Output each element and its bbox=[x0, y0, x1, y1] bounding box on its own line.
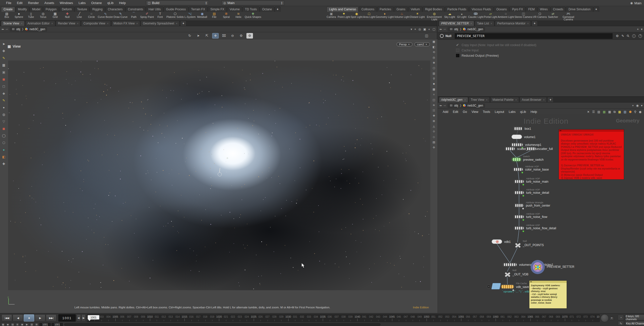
timeline-ruler[interactable]: 0020030041005006007008009101001101201301… bbox=[87, 314, 600, 322]
brush-icon[interactable]: ✎ bbox=[622, 34, 624, 38]
left-tool-icon-9[interactable]: ✎ bbox=[1, 98, 7, 103]
right-tool-icon-11[interactable]: ▩ bbox=[431, 87, 436, 91]
playback-option-icon-8[interactable]: ⊞ bbox=[35, 323, 39, 326]
net-menu-help[interactable]: Help bbox=[528, 110, 539, 114]
tab-scene-view[interactable]: Scene View× bbox=[1, 21, 25, 26]
menu-labs[interactable]: Labs bbox=[76, 1, 88, 5]
close-icon[interactable]: × bbox=[51, 22, 53, 25]
manipulator-handle[interactable] bbox=[218, 172, 222, 176]
range-end-field[interactable]: 1001 bbox=[52, 323, 63, 326]
node-scatter-full[interactable] bbox=[526, 147, 536, 150]
node-vdb-save[interactable] bbox=[501, 285, 514, 289]
snap-gear-icon[interactable]: ⚙ bbox=[238, 33, 244, 39]
shelf-tab-collisions[interactable]: Collisions bbox=[359, 7, 377, 12]
shelf-tab-td-tools[interactable]: TD Tools bbox=[242, 7, 259, 12]
tool-gamepad-camera[interactable]: 🎮Gamepad Camera bbox=[559, 12, 577, 21]
shelf-tab-vellum[interactable]: Vellum bbox=[408, 7, 422, 12]
left-tool-icon-1[interactable]: ➤ bbox=[1, 41, 7, 46]
right-tool-icon-21[interactable]: ▤ bbox=[431, 140, 436, 144]
close-icon[interactable]: × bbox=[136, 22, 138, 25]
select-objects-icon[interactable]: ❖ bbox=[212, 33, 219, 39]
shelf-tab-constraints[interactable]: Constraints bbox=[125, 7, 146, 12]
close-icon[interactable]: × bbox=[486, 99, 488, 101]
magnifier-icon[interactable]: ⚲ bbox=[626, 34, 630, 38]
node-turb-noise-main[interactable] bbox=[514, 180, 524, 183]
close-icon[interactable]: × bbox=[543, 99, 544, 101]
play-reverse-button[interactable]: ◀ bbox=[13, 314, 23, 321]
pin-icon[interactable]: ⌖ bbox=[637, 27, 639, 31]
tab-obj-neb3c-gen[interactable]: /obj/neb3C_gen× bbox=[439, 97, 468, 102]
playback-option-icon-1[interactable]: ▦ bbox=[1, 323, 5, 326]
tool-platonic-solids[interactable]: ⬡Platonic Solids bbox=[166, 12, 184, 18]
node-vdb1[interactable] bbox=[492, 239, 502, 244]
breadcrumb[interactable]: obj ❯ neb3C_gen bbox=[447, 27, 485, 31]
help-icon[interactable]: ? bbox=[638, 34, 642, 38]
node-scatter-preview[interactable] bbox=[505, 147, 515, 150]
close-icon[interactable]: × bbox=[176, 22, 177, 25]
tool-environment-light[interactable]: ◍Environment Light bbox=[425, 12, 443, 21]
left-tool-icon-3[interactable]: ✎ bbox=[1, 55, 7, 60]
tab-material-palette[interactable]: Material Palette× bbox=[490, 97, 519, 102]
checkbox-icon[interactable] bbox=[456, 49, 459, 52]
tool-quick-shapes[interactable]: ❖Quick Shapes bbox=[245, 12, 261, 18]
node-turb-noise-flow[interactable] bbox=[514, 215, 524, 218]
shelf-tab-texture[interactable]: Texture bbox=[75, 7, 89, 12]
param-copy-input[interactable]: ✔Copy Input (Note: Input will be still c… bbox=[456, 42, 644, 48]
tool-line[interactable]: ╱Line bbox=[74, 12, 85, 18]
keys-status[interactable]: 0 keys, 0/0 channels▲ bbox=[625, 315, 644, 320]
shelf-tab-crowds[interactable]: Crowds bbox=[551, 7, 566, 12]
pin-icon[interactable]: ⌖ bbox=[414, 27, 416, 31]
desktop-selector[interactable]: ◫ Build ▲▼ bbox=[146, 1, 209, 5]
current-frame-field[interactable]: 1001 bbox=[58, 314, 76, 321]
tab-take-list[interactable]: Take List× bbox=[475, 21, 494, 26]
tab-geometry-spreadsheet[interactable]: Geometry Spreadsheet× bbox=[141, 21, 180, 26]
shelf-tab-terrain-fx[interactable]: Terrain FX bbox=[189, 7, 208, 12]
right-tool-icon-20[interactable]: ◇ bbox=[431, 135, 436, 139]
left-tool-icon-15[interactable]: ⬡ bbox=[1, 140, 7, 145]
playback-option-icon-3[interactable]: ▤ bbox=[11, 323, 15, 326]
tool-path[interactable]: ⌒Path bbox=[128, 12, 140, 18]
shelf-tab-hair-utils[interactable]: Hair Utils bbox=[146, 7, 163, 12]
shelf-tab-guide-process[interactable]: Guide Process bbox=[164, 7, 188, 12]
right-tool-icon-15[interactable]: ☷ bbox=[431, 108, 436, 113]
minimize-icon[interactable] bbox=[530, 281, 532, 282]
close-icon[interactable]: × bbox=[470, 22, 472, 25]
forward-icon[interactable]: ➡ bbox=[6, 27, 8, 31]
shelf-tab-wires[interactable]: Wires bbox=[537, 7, 550, 12]
left-tool-icon-14[interactable]: ◯ bbox=[1, 133, 7, 138]
split-pane-icon[interactable]: ◫ bbox=[423, 33, 430, 39]
dropdown-icon[interactable]: ▾ bbox=[641, 104, 642, 107]
left-tool-icon-13[interactable]: ◼ bbox=[1, 126, 7, 131]
right-tool-icon-17[interactable]: ⊞ bbox=[431, 119, 436, 123]
close-icon[interactable]: × bbox=[527, 22, 529, 25]
tab-tree-view[interactable]: Tree View× bbox=[469, 97, 490, 102]
right-tool-icon-4[interactable]: ⟲ bbox=[431, 50, 436, 54]
shelf-tab-model[interactable]: Model bbox=[29, 7, 43, 12]
tool-spot-light[interactable]: ◉Spot Light bbox=[351, 12, 363, 18]
tool-point-light[interactable]: ✷Point Light bbox=[338, 12, 350, 18]
right-tool-icon-12[interactable]: ⌗ bbox=[431, 92, 436, 97]
collapse-minus-badge[interactable]: − bbox=[487, 285, 491, 288]
right-tool-icon-9[interactable]: ⚲ bbox=[431, 77, 436, 81]
checkbox-checked-icon[interactable]: ✔ bbox=[456, 43, 459, 47]
tool-caustic-light[interactable]: ↂCaustic Light bbox=[468, 12, 484, 18]
close-icon[interactable]: × bbox=[107, 22, 109, 25]
net-menu-edit[interactable]: Edit bbox=[450, 110, 461, 114]
red-sticky-note[interactable]: UWAGA! UWAGA! UWAGA! Docelowo generowane… bbox=[559, 129, 624, 180]
tab-motion-fx-view[interactable]: Motion FX View× bbox=[111, 21, 140, 26]
menu-help[interactable]: Help bbox=[116, 1, 128, 5]
forward-icon[interactable]: ➡ bbox=[443, 104, 446, 107]
net-menu-labs[interactable]: Labs bbox=[506, 110, 518, 114]
stop-button[interactable]: ■ bbox=[24, 314, 34, 321]
shelf-tab-rigging[interactable]: Rigging bbox=[90, 7, 105, 12]
shelf-tab-oceans[interactable]: Oceans bbox=[494, 7, 509, 12]
info-icon[interactable]: i bbox=[632, 34, 636, 38]
back-icon[interactable]: ⬅ bbox=[2, 27, 4, 31]
close-icon[interactable]: × bbox=[515, 99, 517, 101]
close-icon[interactable]: × bbox=[77, 22, 78, 25]
transform-tool-icon[interactable]: ⇱ bbox=[204, 33, 210, 39]
playback-option-icon-4[interactable]: ≣ bbox=[15, 323, 19, 326]
shelf-tab-modify[interactable]: Modify bbox=[15, 7, 29, 12]
back-icon[interactable]: ⬅ bbox=[439, 104, 442, 107]
gear-icon[interactable]: ⚙ bbox=[616, 34, 619, 38]
